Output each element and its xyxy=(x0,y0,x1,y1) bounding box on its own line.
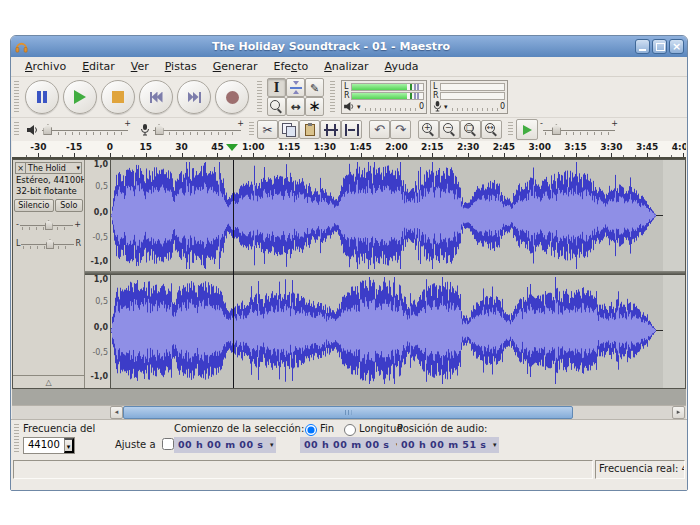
edit-toolbar-grip[interactable] xyxy=(249,122,254,137)
input-meter-dropdown-icon[interactable] xyxy=(444,103,448,111)
selection-start-label: Comienzo de la selección: xyxy=(174,423,304,434)
transport-toolbar xyxy=(25,80,249,114)
timeshift-tool-button[interactable] xyxy=(286,97,305,116)
input-volume-mic-icon xyxy=(140,124,150,136)
timeline-label: 0 xyxy=(107,142,113,152)
end-radio[interactable] xyxy=(305,424,317,436)
timeline-label: 1:30 xyxy=(314,142,336,152)
draw-tool-button[interactable] xyxy=(305,78,324,97)
menu-pistas[interactable]: Pistas xyxy=(157,58,205,75)
timeline-label: -30 xyxy=(30,142,46,152)
cut-button[interactable] xyxy=(257,120,278,139)
combo-dropdown-icon[interactable] xyxy=(64,438,74,453)
snap-to-checkbox[interactable] xyxy=(162,438,174,450)
record-button[interactable] xyxy=(215,80,249,114)
menu-efecto[interactable]: Efecto xyxy=(266,58,317,75)
play-at-speed-button[interactable] xyxy=(516,119,538,140)
play-speed-thumb[interactable] xyxy=(552,124,561,135)
minimize-button[interactable] xyxy=(635,39,650,54)
close-button[interactable] xyxy=(669,39,684,54)
paste-button[interactable] xyxy=(299,120,320,139)
transport-toolbar-grip[interactable] xyxy=(14,81,19,113)
track-collapse-button[interactable] xyxy=(13,375,84,388)
maximize-button[interactable] xyxy=(652,39,667,54)
copy-button[interactable] xyxy=(278,120,299,139)
zoom-in-icon: + xyxy=(422,123,435,136)
waveform-channel-1[interactable] xyxy=(111,160,683,271)
scroll-left-arrow-icon[interactable] xyxy=(110,406,123,419)
microphone-icon xyxy=(433,101,442,112)
selection-start-field[interactable]: 00 h 00 m 00 s xyxy=(174,437,276,453)
zoom-selection-button[interactable]: □ xyxy=(460,120,481,139)
selection-toolbar-grip[interactable] xyxy=(14,424,19,453)
skip-start-button[interactable] xyxy=(139,80,173,114)
mixer-toolbar-grip[interactable] xyxy=(14,122,19,137)
track-format-label: Estéreo, 44100Hz xyxy=(16,175,84,185)
play-speed-slider[interactable]: - + xyxy=(543,122,615,137)
record-icon xyxy=(226,91,239,104)
amp-ruler-label: 1,0 xyxy=(94,161,108,169)
multi-tool-icon xyxy=(308,99,321,114)
timeline-label: 45 xyxy=(211,142,224,152)
skip-end-button[interactable] xyxy=(177,80,211,114)
menu-ver[interactable]: Ver xyxy=(123,58,157,75)
track-gain-slider[interactable] xyxy=(20,218,73,231)
multi-tool-button[interactable] xyxy=(305,97,324,116)
selection-tool-button[interactable] xyxy=(267,78,286,97)
silence-button[interactable] xyxy=(341,120,362,139)
window-title: The Holiday Soundtrack - 01 - Maestro xyxy=(29,40,633,53)
menu-editar[interactable]: Editar xyxy=(74,58,123,75)
tools-toolbar-grip[interactable] xyxy=(257,81,262,113)
audio-position-field[interactable]: 00 h 00 m 51 s xyxy=(397,437,499,453)
collapse-triangle-icon xyxy=(45,377,51,387)
scrollbar-thumb[interactable] xyxy=(123,406,573,419)
mute-button[interactable]: Silencio xyxy=(14,199,54,212)
gain-minus-label: - xyxy=(16,220,19,229)
track-pan-slider[interactable] xyxy=(21,237,74,250)
length-radio[interactable] xyxy=(344,424,356,436)
draw-tool-icon xyxy=(310,80,319,95)
track-close-button[interactable]: × xyxy=(15,162,26,174)
track-name-menu[interactable]: The Holid xyxy=(26,162,82,174)
titlebar[interactable]: The Holiday Soundtrack - 01 - Maestro xyxy=(11,36,687,57)
track-pan-thumb[interactable] xyxy=(46,239,54,249)
input-volume-slider[interactable]: + xyxy=(153,122,241,137)
redo-button[interactable] xyxy=(390,120,411,139)
zoom-in-button[interactable]: + xyxy=(418,120,439,139)
solo-button[interactable]: Solo xyxy=(55,199,83,212)
project-rate-combo[interactable]: 44100 xyxy=(23,437,75,454)
scroll-right-arrow-icon[interactable] xyxy=(672,406,685,419)
stop-button[interactable] xyxy=(101,80,135,114)
waveform-channel-2[interactable] xyxy=(111,275,683,386)
menu-analizar[interactable]: Analizar xyxy=(316,58,376,75)
input-meter[interactable]: L R 0 xyxy=(430,80,508,114)
track-control-panel: × The Holid Estéreo, 44100Hz 32-bit flot… xyxy=(13,160,85,388)
zoom-out-button[interactable]: − xyxy=(439,120,460,139)
output-meter-dropdown-icon[interactable] xyxy=(357,103,361,111)
trim-button[interactable] xyxy=(320,120,341,139)
input-volume-thumb[interactable] xyxy=(155,124,164,135)
meter-toolbar-grip[interactable] xyxy=(330,81,335,113)
menu-archivo[interactable]: Archivo xyxy=(17,58,74,75)
zoom-out-icon: − xyxy=(443,123,456,136)
output-volume-thumb[interactable] xyxy=(43,124,52,135)
undo-button[interactable] xyxy=(369,120,390,139)
zoom-tool-button[interactable] xyxy=(267,97,286,116)
input-meter-zero-label: 0 xyxy=(500,102,505,111)
amp-ruler-label: -1,0 xyxy=(91,258,109,266)
menu-ayuda[interactable]: Ayuda xyxy=(377,58,427,75)
envelope-tool-button[interactable] xyxy=(286,78,305,97)
redo-icon xyxy=(395,122,406,137)
input-meter-track-l xyxy=(440,83,505,91)
menu-generar[interactable]: Generar xyxy=(205,58,266,75)
zoom-fit-button[interactable]: ↔ xyxy=(481,120,502,139)
transcription-toolbar-grip[interactable] xyxy=(508,122,513,137)
input-meter-l-label: L xyxy=(433,83,440,91)
selection-end-field[interactable]: 00 h 00 m 00 s xyxy=(300,437,402,453)
play-button[interactable] xyxy=(63,80,97,114)
timeline-ruler[interactable]: -30-1501530451:001:151:301:452:002:152:3… xyxy=(12,141,686,159)
output-meter[interactable]: L R 0 xyxy=(341,80,427,114)
output-volume-slider[interactable]: + xyxy=(42,122,128,137)
track-gain-thumb[interactable] xyxy=(45,220,53,230)
pause-button[interactable] xyxy=(25,80,59,114)
